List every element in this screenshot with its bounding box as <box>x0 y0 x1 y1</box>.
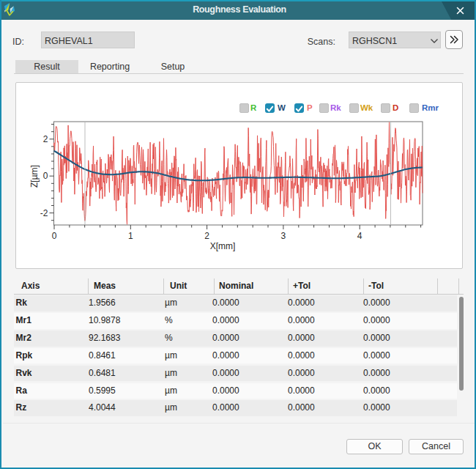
svg-text:-2: -2 <box>40 208 48 218</box>
svg-text:2: 2 <box>204 231 209 241</box>
svg-text:1: 1 <box>128 231 133 241</box>
svg-text:4: 4 <box>357 231 362 241</box>
svg-text:0: 0 <box>52 231 57 241</box>
svg-text:X[mm]: X[mm] <box>210 241 236 251</box>
svg-text:Z[µm]: Z[µm] <box>29 165 40 188</box>
svg-text:2: 2 <box>43 134 48 144</box>
svg-text:0: 0 <box>43 171 48 181</box>
svg-text:3: 3 <box>281 231 286 241</box>
